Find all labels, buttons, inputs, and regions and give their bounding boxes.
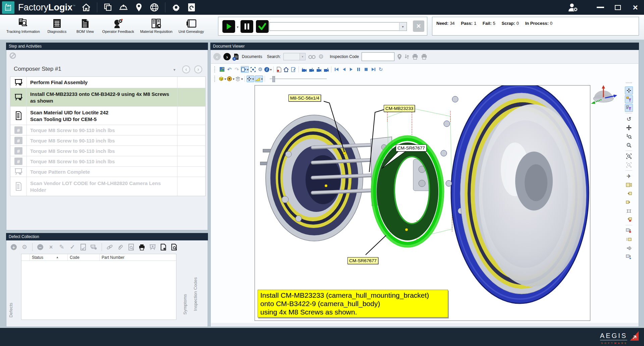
unit-scan-input[interactable]: [270, 22, 397, 31]
minimize-button[interactable]: [592, 0, 609, 15]
render-image-icon[interactable]: [219, 66, 225, 73]
diagnostics-button[interactable]: Diagnostics: [46, 17, 68, 34]
complete-button[interactable]: [256, 20, 269, 33]
media-loop-icon[interactable]: ↻: [377, 66, 384, 73]
activity-row[interactable]: Scan Vendor LOT CODE for CM-LH82820 Came…: [10, 177, 205, 196]
orientation-gizmo[interactable]: [588, 84, 619, 107]
media-stop-icon[interactable]: [363, 66, 369, 73]
select-mode-icon[interactable]: ▾: [247, 75, 254, 82]
media-play-icon[interactable]: [348, 66, 355, 73]
material-requisition-button[interactable]: Material Requisition: [140, 17, 173, 34]
home-view-icon[interactable]: [283, 66, 289, 73]
select-tool-icon[interactable]: [625, 86, 633, 95]
activity-row[interactable]: # Torque M8 Screw to 90-110 inch lbs: [10, 135, 205, 146]
start-button[interactable]: [222, 20, 235, 33]
view-capture-new-icon[interactable]: [323, 66, 329, 73]
restore-button[interactable]: [609, 0, 627, 15]
settings-gear-icon[interactable]: [170, 1, 182, 13]
zoom-fit-icon[interactable]: [625, 161, 633, 169]
pin-location-icon[interactable]: [397, 54, 402, 60]
filter-component-icon[interactable]: [625, 95, 633, 103]
camera-flash-icon[interactable]: [625, 207, 633, 215]
solid-view-icon[interactable]: ▾: [219, 75, 226, 82]
close-button[interactable]: ×: [627, 0, 644, 15]
activity-row[interactable]: # Torque M8 Screw to 90-110 inch lbs: [10, 146, 205, 156]
defects-tab[interactable]: Defects: [8, 303, 13, 318]
bom-view-button[interactable]: BOM View: [74, 17, 96, 34]
documents-icon[interactable]: 8: [233, 53, 239, 60]
section-wedge-icon[interactable]: ▾: [255, 75, 263, 82]
print-all-icon[interactable]: [421, 54, 427, 60]
camera-clear-icon[interactable]: [625, 227, 633, 235]
globe-icon[interactable]: [148, 1, 160, 13]
media-pause-icon[interactable]: [355, 66, 362, 73]
fly-through-icon[interactable]: ✈: [625, 172, 633, 180]
symptoms-tab[interactable]: Symptoms: [182, 294, 187, 314]
inspection-code-input[interactable]: [362, 52, 394, 61]
activate-document-icon[interactable]: ▾: [241, 66, 249, 73]
notes-icon[interactable]: [290, 66, 297, 73]
redline-document-icon[interactable]: [275, 66, 282, 73]
unit-genealogy-button[interactable]: Unit Genealogy: [178, 17, 204, 34]
explode-slider-thumb[interactable]: [272, 76, 275, 82]
camera-target-icon[interactable]: [625, 244, 633, 252]
explode-slider[interactable]: [270, 78, 327, 79]
camera-add-icon[interactable]: [625, 253, 633, 261]
layers-icon[interactable]: ▾: [235, 75, 243, 82]
zoom-dynamic-icon[interactable]: [625, 132, 633, 140]
view-capture-up-icon[interactable]: [315, 66, 322, 73]
undo-icon[interactable]: ↶: [226, 66, 233, 73]
search-input[interactable]: [284, 53, 301, 60]
combobox-dropdown-icon[interactable]: ▾: [399, 23, 406, 30]
link-icon[interactable]: [105, 243, 114, 251]
edit-defect-icon[interactable]: ✎: [57, 243, 66, 251]
document-add-icon[interactable]: [159, 243, 168, 251]
status-column-header[interactable]: Status▲: [30, 254, 68, 261]
filter-assembly-icon[interactable]: [625, 104, 633, 112]
media-previous-icon[interactable]: [340, 66, 347, 73]
logout-user-icon[interactable]: [564, 0, 582, 15]
previous-step-button[interactable]: ‹: [182, 65, 190, 73]
camera-view-icon[interactable]: [625, 181, 633, 189]
previous-document-button[interactable]: ‹: [213, 53, 221, 60]
attachment-icon[interactable]: [116, 243, 125, 251]
next-step-button[interactable]: ›: [194, 65, 202, 73]
camera-pause-icon[interactable]: [625, 235, 633, 243]
search-combobox[interactable]: ▾: [283, 53, 306, 60]
media-last-icon[interactable]: [370, 66, 377, 73]
info-icon[interactable]: i▾: [264, 66, 272, 73]
step-selector[interactable]: Composer Step #1: [14, 66, 61, 72]
unit-scan-combobox[interactable]: ▾: [269, 22, 407, 31]
refresh-document-icon[interactable]: [185, 1, 198, 13]
activity-row[interactable]: Scan Material UID for Loctite 242 Scan T…: [10, 107, 205, 125]
binoculars-icon[interactable]: [308, 54, 316, 59]
defect-settings-icon[interactable]: ⚙: [20, 243, 29, 251]
filter-sort-icon[interactable]: [405, 54, 409, 60]
presentation-icon[interactable]: [148, 243, 157, 251]
activity-row[interactable]: Torque Pattern Complete: [10, 167, 205, 177]
zoom-icon[interactable]: [625, 141, 633, 149]
part-number-column-header[interactable]: Part Number: [100, 255, 176, 260]
next-document-button[interactable]: ›: [223, 53, 231, 60]
media-first-icon[interactable]: [333, 66, 340, 73]
redo-icon[interactable]: ↷: [233, 66, 240, 73]
search-dropdown-icon[interactable]: ▾: [300, 53, 305, 60]
pause-button[interactable]: [240, 20, 253, 33]
code-column-header[interactable]: Code: [68, 254, 100, 261]
tracking-information-button[interactable]: Tracking Information: [6, 17, 40, 34]
print-icon[interactable]: [138, 243, 146, 251]
toolbar-grip[interactable]: [214, 76, 216, 82]
view-settings-icon[interactable]: ⚙: [257, 66, 264, 73]
activity-row-selected[interactable]: Install CM-MB23233 onto CM-B3422-9 using…: [10, 88, 205, 107]
orbit-icon[interactable]: ↺: [625, 115, 633, 123]
hardhat-icon[interactable]: [117, 1, 129, 13]
activity-row[interactable]: # Torque M8 Screw to 90-110 inch lbs: [10, 125, 205, 135]
operator-feedback-button[interactable]: Operator Feedback: [102, 17, 134, 34]
defect-tag-settings-icon[interactable]: [90, 243, 98, 251]
zoom-window-icon[interactable]: [625, 152, 633, 160]
inspection-codes-tab[interactable]: Inspection Codes: [193, 277, 198, 311]
add-defect-icon[interactable]: +: [9, 243, 18, 251]
camera-previous-icon[interactable]: [625, 189, 633, 197]
toolbar-grip[interactable]: [214, 66, 216, 72]
clear-button[interactable]: ×: [413, 20, 424, 32]
